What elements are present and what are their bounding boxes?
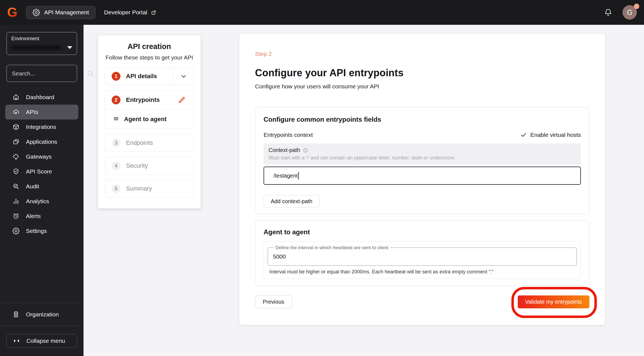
home-icon xyxy=(12,94,20,101)
step-entrypoints-row[interactable]: 2 Entrypoints xyxy=(105,91,194,109)
environment-value-redacted xyxy=(11,45,61,50)
validate-entrypoints-button[interactable]: Validate my entrypoints xyxy=(518,295,589,308)
sidebar-item-applications[interactable]: Applications xyxy=(5,134,78,149)
bar-chart-icon xyxy=(12,198,20,205)
sidebar-item-label: Alerts xyxy=(26,213,41,219)
chevron-down-icon xyxy=(180,73,187,80)
stepper-subtitle: Follow these steps to get your API xyxy=(105,54,194,61)
step-label: API details xyxy=(126,73,157,80)
developer-portal-link[interactable]: Developer Portal xyxy=(104,9,157,16)
user-avatar[interactable]: G xyxy=(622,5,637,20)
sidebar-item-api-score[interactable]: API Score xyxy=(5,164,78,179)
collapse-menu-button[interactable]: Collapse menu xyxy=(6,334,77,348)
environment-value-row xyxy=(11,45,72,51)
cloud-node-icon xyxy=(12,153,20,160)
card-title: Configure common entrypoints fields xyxy=(264,116,581,123)
context-path-field-header: Context-path Must start with a '/' and c… xyxy=(264,143,581,165)
gear-icon xyxy=(12,227,20,235)
avatar-status-badge xyxy=(634,4,639,9)
heartbeat-interval-label: Define the interval in which heartbeat a… xyxy=(273,245,390,251)
enable-virtual-hosts-label: Enable virtual hosts xyxy=(530,132,581,138)
environment-selector[interactable]: Environment xyxy=(6,32,77,55)
stepper-title: API creation xyxy=(105,42,194,51)
wizard-footer: Previous Validate my entrypoints xyxy=(255,295,589,308)
environment-label: Environment xyxy=(11,36,72,42)
step-tag: Step 2 xyxy=(255,51,589,57)
sidebar-item-label: Analytics xyxy=(26,198,49,205)
expand-step-button[interactable] xyxy=(173,68,194,85)
search-check-icon xyxy=(12,183,20,190)
step-summary-row[interactable]: 5 Summary xyxy=(105,180,194,197)
edit-step-button[interactable] xyxy=(178,96,186,104)
sidebar-item-label: Integrations xyxy=(26,124,56,130)
sidebar-item-label: Dashboard xyxy=(26,94,54,100)
step-endpoints: 3 Endpoints xyxy=(105,134,194,152)
sidebar-item-alerts[interactable]: Alerts xyxy=(5,209,78,224)
add-context-path-button[interactable]: Add context-path xyxy=(264,195,320,208)
step-number-badge: 1 xyxy=(112,72,120,81)
step-api-details: 1 API details xyxy=(105,67,194,85)
page-subtitle: Configure how your users will consume yo… xyxy=(255,83,589,90)
previous-button[interactable]: Previous xyxy=(255,295,292,308)
step-endpoints-row[interactable]: 3 Endpoints xyxy=(105,134,194,151)
sidebar-item-label: Gateways xyxy=(26,153,52,160)
context-path-input[interactable]: /testagent xyxy=(264,167,581,185)
agent-to-agent-card: Agent to agent Define the interval in wh… xyxy=(255,220,589,286)
external-link-icon xyxy=(151,10,157,15)
entrypoints-context-row: Entrypoints context Enable virtual hosts xyxy=(264,132,581,138)
search-input[interactable] xyxy=(12,70,87,77)
heartbeat-interval-input[interactable]: Define the interval in which heartbeat a… xyxy=(268,248,577,266)
enable-virtual-hosts-toggle[interactable]: Enable virtual hosts xyxy=(520,132,581,138)
step-api-details-row[interactable]: 1 API details xyxy=(105,68,194,85)
substep-label: Agent to agent xyxy=(124,116,167,123)
sidebar-item-integrations[interactable]: Integrations xyxy=(5,119,78,134)
page-title: Configure your API entrypoints xyxy=(255,67,589,79)
sidebar-item-audit[interactable]: Audit xyxy=(5,179,78,194)
sidebar-item-analytics[interactable]: Analytics xyxy=(5,194,78,209)
sidebar-item-label: APIs xyxy=(26,109,38,115)
context-path-hint: Must start with a '/' and can contain an… xyxy=(269,155,576,161)
sidebar-item-dashboard[interactable]: Dashboard xyxy=(5,90,78,105)
validate-button-wrap: Validate my entrypoints xyxy=(518,295,589,308)
step-entrypoints: 2 Entrypoints Agent to agent xyxy=(105,90,194,129)
step-label: Endpoints xyxy=(126,139,153,146)
app-switcher-button[interactable]: API Management xyxy=(26,6,95,19)
context-path-value: /testagent xyxy=(273,173,298,179)
api-creation-stepper: API creation Follow these steps to get y… xyxy=(98,35,201,208)
search-icon xyxy=(87,70,94,77)
sidebar-search xyxy=(6,65,77,82)
sidebar-item-gateways[interactable]: Gateways xyxy=(5,149,78,164)
info-icon[interactable] xyxy=(303,148,308,153)
sidebar-item-label: Settings xyxy=(26,228,47,234)
shield-check-icon xyxy=(12,168,20,175)
step-label: Security xyxy=(126,162,148,169)
cube-icon xyxy=(12,123,20,131)
avatar-initial: G xyxy=(627,9,632,17)
caret-down-icon xyxy=(67,46,72,49)
sidebar-item-apis[interactable]: APIs xyxy=(5,105,78,119)
step-security: 4 Security xyxy=(105,157,194,175)
step-number-badge: 3 xyxy=(112,138,120,147)
alarm-clock-icon xyxy=(12,213,20,220)
step-summary: 5 Summary xyxy=(105,180,194,197)
sidebar-item-settings[interactable]: Settings xyxy=(5,224,78,238)
entrypoints-context-label: Entrypoints context xyxy=(264,132,313,138)
context-path-label-row: Context-path xyxy=(269,147,576,153)
gravitee-logo[interactable]: G xyxy=(7,6,17,19)
app-switcher-label: API Management xyxy=(44,9,89,16)
sidebar-bottom: Organization Collapse menu xyxy=(0,303,84,356)
collapse-arrows-icon xyxy=(14,338,20,343)
substep-agent-to-agent[interactable]: Agent to agent xyxy=(105,109,194,129)
sidebar-item-organization[interactable]: Organization xyxy=(0,303,84,326)
step-security-row[interactable]: 4 Security xyxy=(105,157,194,174)
divider xyxy=(0,326,84,326)
notifications-bell-icon[interactable] xyxy=(604,8,613,17)
sidebar: Environment Dashboard xyxy=(0,25,84,356)
developer-portal-label: Developer Portal xyxy=(104,9,147,16)
top-bar: G API Management Developer Portal G xyxy=(0,0,644,25)
agent-to-agent-icon xyxy=(113,116,119,123)
cog-badge-icon xyxy=(33,9,40,16)
step-number-badge: 5 xyxy=(112,184,120,193)
organization-label: Organization xyxy=(26,311,59,318)
card-title: Agent to agent xyxy=(264,228,581,236)
